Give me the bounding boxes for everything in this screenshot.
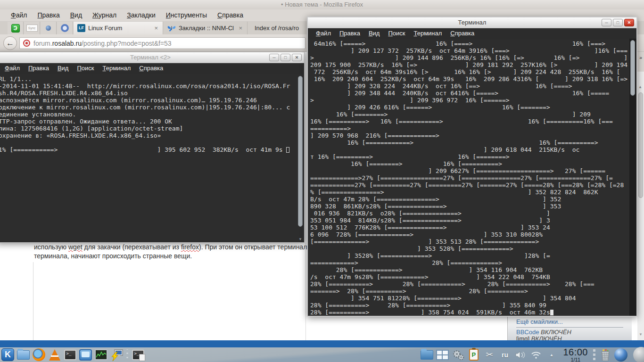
downloads-tray-icon[interactable] xyxy=(420,348,434,362)
minimize-button[interactable]: ─ xyxy=(269,54,279,61)
terminal-line: > ] 209 144 896 256KB/s 16% [16% [=> 16%… xyxy=(310,54,629,61)
terminal-line: RL 1/1... xyxy=(0,75,297,82)
bbcode-status: BBCode ВКЛЮЧЁН xyxy=(516,329,632,336)
remote-desktop-launcher[interactable] xyxy=(109,348,124,362)
menu-item[interactable]: Поиск xyxy=(73,63,98,74)
trash-widget[interactable] xyxy=(598,348,612,362)
menu-item[interactable]: Файл xyxy=(6,9,32,21)
close-button[interactable]: ✕ xyxy=(624,19,634,26)
menu-item[interactable]: Справка xyxy=(212,9,248,21)
terminal-line: единение установлено. xyxy=(0,111,297,118)
display-launcher[interactable] xyxy=(78,348,93,362)
terminal-line: 28% [============> ] 354 116 904 762KB xyxy=(310,266,629,273)
pinned-tab-1[interactable]: Э xyxy=(8,22,24,34)
tab-linux-forum[interactable]: LF Linux Forum × xyxy=(74,22,163,34)
menu-item[interactable]: Инструменты xyxy=(161,9,212,21)
terminal-session-task[interactable]: >_ xyxy=(131,348,145,362)
taskbar: K >_ >_ P ✂ ru ▲ 16:00 1/11 xyxy=(0,347,644,362)
wifi-icon xyxy=(530,350,542,360)
terminal-line: ] 209 6627% [====================> 27% [… xyxy=(310,167,629,174)
scroll-up-icon[interactable]: ▲ xyxy=(638,85,642,89)
window-title: Терминал xyxy=(308,17,636,28)
keyboard-layout-indicator[interactable]: ru xyxy=(497,348,512,362)
terminal-launcher[interactable]: >_ xyxy=(63,348,77,362)
firefox-launcher[interactable] xyxy=(32,348,46,362)
menu-item[interactable]: Правка xyxy=(32,9,65,21)
tab-label: Linux Forum xyxy=(88,25,149,32)
terminal-output: 64m16% [=====> 16% [====> 16% [===> ] 20… xyxy=(308,39,629,316)
menu-item[interactable]: Справка xyxy=(446,28,479,39)
terminal-line: B/s ост 47m 28% [================> ] 352 xyxy=(310,196,629,203)
menu-item[interactable]: Правка xyxy=(335,28,364,39)
maximize-button[interactable]: □ xyxy=(281,54,290,61)
tab-close-icon[interactable]: × xyxy=(238,25,243,32)
expander-triangle-icon: ▲ xyxy=(549,353,553,357)
terminal2-scrollbar[interactable]: ▼ xyxy=(297,74,304,242)
tab-nnm-club[interactable]: Закладки :: NNM-Club × xyxy=(164,22,248,34)
menu-item[interactable]: Терминал xyxy=(98,63,135,74)
menu-item[interactable]: Файл xyxy=(312,28,335,39)
system-monitor-launcher[interactable] xyxy=(94,348,108,362)
terminal-line: одключение к mirror.rosalinux.com (mirro… xyxy=(0,104,297,111)
updater-widget[interactable] xyxy=(613,348,628,362)
terminal-line xyxy=(0,139,297,146)
vlc-launcher[interactable] xyxy=(47,348,62,362)
terminal-line: ] 353 528% [=============> xyxy=(310,245,629,252)
terminal-scrollbar[interactable] xyxy=(629,39,636,316)
terminal-line: 53 100 512 776K28% [===============> ] 3… xyxy=(310,224,629,231)
panel-edge-button[interactable] xyxy=(629,348,644,362)
menu-item[interactable]: Терминал xyxy=(409,28,446,39)
terminal-line: ============> 28% [=============> xyxy=(310,259,629,266)
scroll-down-icon[interactable]: ▼ xyxy=(639,332,643,337)
terminal-titlebar[interactable]: Терминал ─ □ ✕ xyxy=(308,17,636,28)
panel-separator xyxy=(126,349,129,361)
menu-item[interactable]: Справка xyxy=(135,63,167,74)
tray-expander[interactable]: ▲ xyxy=(544,348,559,362)
back-button[interactable]: ← xyxy=(3,36,17,50)
menu-item[interactable]: Закладки xyxy=(122,9,161,21)
terminal-line: ============27% [==========27% [========… xyxy=(310,181,629,189)
menu-item[interactable]: Вид xyxy=(53,63,73,74)
pager-widget[interactable] xyxy=(435,348,450,362)
menu-item[interactable]: Поиск xyxy=(384,28,409,39)
terminal-line: -2014-11-01 15:41:48-- http://mirror.ros… xyxy=(0,82,297,90)
toolbar-overflow-button[interactable]: » xyxy=(637,52,644,72)
scroll-down-icon[interactable]: ▼ xyxy=(298,237,302,241)
close-button[interactable]: ✕ xyxy=(292,54,302,61)
kmenu-button[interactable]: K xyxy=(0,348,15,362)
scissors-tray[interactable]: ✂ xyxy=(482,348,496,362)
more-smilies-link[interactable]: Ещё смайлики... xyxy=(516,318,632,325)
pinned-tab-2[interactable]: Sync xyxy=(24,22,40,34)
menu-item[interactable]: Вид xyxy=(65,9,87,21)
page-scrollbar[interactable]: » ▲ ▼ xyxy=(637,52,644,340)
speaker-icon xyxy=(514,350,527,360)
pinned-tab-4[interactable] xyxy=(57,22,73,34)
minimize-button[interactable]: ─ xyxy=(602,19,611,26)
url-bar[interactable]: forum.rosalab.ru/posting.php?mode=post&f… xyxy=(19,37,305,49)
system-settings-tray[interactable] xyxy=(451,348,465,362)
scrollbar-thumb[interactable] xyxy=(630,40,635,96)
terminal-line: 6 096 728% [==============> ] 353 310 80… xyxy=(310,231,629,238)
firefox-titlebar[interactable]: • Новая тема - Mozilla Firefox xyxy=(0,0,644,9)
sync-tab-icon: Sync xyxy=(26,25,38,32)
klipper-tray[interactable]: P xyxy=(466,348,481,362)
scrollbar-thumb[interactable] xyxy=(638,92,643,198)
file-manager-launcher[interactable] xyxy=(16,348,31,362)
maximize-button[interactable]: □ xyxy=(613,19,623,26)
wifi-tray[interactable] xyxy=(528,348,543,362)
post-body-line: терминала, начинают происходить странные… xyxy=(34,252,192,260)
scrollbar-thumb[interactable] xyxy=(298,76,303,227)
clock-widget[interactable]: 16:00 1/11 xyxy=(563,347,588,362)
tab-label: Закладки :: NNM-Club xyxy=(179,25,234,32)
terminal2-titlebar[interactable]: Терминал <2> ─ □ ✕ xyxy=(0,52,304,63)
terminal-line: ] 209 348 444 240KB/s ост 6416% [=====> … xyxy=(310,90,629,97)
terminal-line: т 16% [=========> 16% [========> xyxy=(310,153,629,160)
menu-item[interactable]: Правка xyxy=(24,63,53,74)
menu-item[interactable]: Вид xyxy=(364,28,384,39)
volume-tray[interactable] xyxy=(513,348,528,362)
tab-close-icon[interactable]: × xyxy=(153,25,159,32)
terminal-line: 890 328 861KB/s28% [===============> ] 3… xyxy=(310,203,629,210)
menu-item[interactable]: Журнал xyxy=(87,9,122,21)
pinned-tab-3[interactable] xyxy=(41,22,57,34)
menu-item[interactable]: Файл xyxy=(0,63,24,74)
